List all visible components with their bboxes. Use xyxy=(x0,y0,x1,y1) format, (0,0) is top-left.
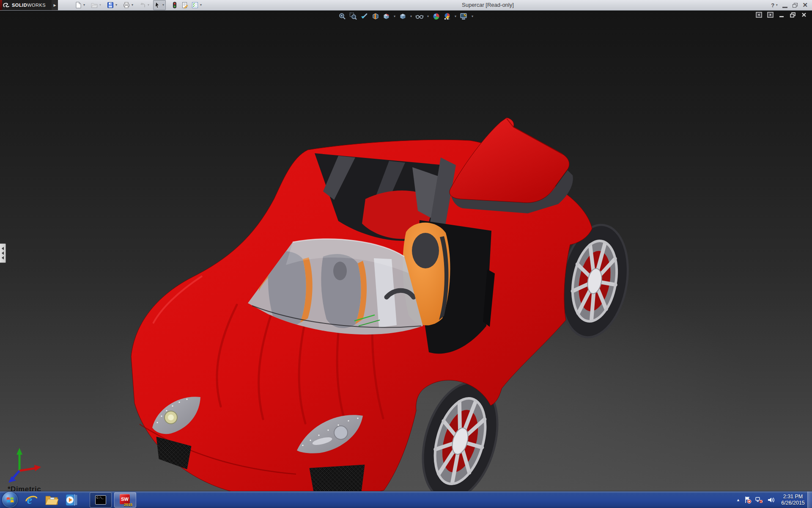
open-dropdown[interactable]: ▾ xyxy=(98,1,102,9)
options-button[interactable] xyxy=(191,0,199,10)
open-button[interactable] xyxy=(91,0,98,10)
new-button[interactable] xyxy=(74,0,82,10)
window-title: Supercar [Read-only] xyxy=(462,2,514,8)
brand-text: SOLIDWORKS xyxy=(12,3,46,8)
open-folder-icon xyxy=(91,2,98,8)
view-settings-button[interactable] xyxy=(459,11,469,21)
display-style-dropdown[interactable]: ▾ xyxy=(410,14,412,18)
doc-minimize-button[interactable] xyxy=(779,12,785,18)
action-center-flag-icon[interactable] xyxy=(744,496,752,504)
gullwing-door-open xyxy=(450,118,573,213)
taskbar-command-prompt[interactable]: C:\_ xyxy=(90,492,112,508)
print-dropdown[interactable]: ▾ xyxy=(130,1,134,9)
close-button[interactable]: ✕ xyxy=(802,1,808,9)
previous-view-button[interactable] xyxy=(360,11,369,21)
apply-scene-dropdown[interactable]: ▾ xyxy=(455,14,456,18)
titlebar: SOLIDWORKS ▶ ▾ ▾ ▾ xyxy=(0,0,812,11)
select-cursor-icon xyxy=(154,2,161,8)
heads-up-view-toolbar: ▾ ▾ ▾ xyxy=(338,11,474,21)
svg-text:e: e xyxy=(27,494,32,506)
undo-arrow-icon xyxy=(139,2,146,8)
new-dropdown[interactable]: ▾ xyxy=(82,1,86,9)
zoom-to-fit-icon xyxy=(338,12,346,20)
network-disconnected-icon[interactable] xyxy=(755,496,763,504)
section-view-icon xyxy=(371,12,379,20)
tray-date: 6/26/2015 xyxy=(779,500,807,506)
main-toolbar: ▾ ▾ ▾ ▾ xyxy=(74,0,203,10)
taskbar-media-player[interactable] xyxy=(62,491,82,508)
reference-triad[interactable] xyxy=(8,448,41,483)
graphics-viewport[interactable]: ▾ ▾ ▾ xyxy=(0,10,812,491)
taskbar-solidworks-2015[interactable]: SW 2015 xyxy=(114,492,136,508)
menu-expand-arrow[interactable]: ▶ xyxy=(52,0,58,10)
undo-button[interactable] xyxy=(139,0,146,10)
doc-close-button[interactable] xyxy=(801,12,807,18)
taskbar-windows-explorer[interactable] xyxy=(41,491,62,508)
view-settings-icon xyxy=(460,12,468,20)
appearance-sphere-icon xyxy=(432,12,440,20)
internet-explorer-icon: e xyxy=(25,493,38,507)
traffic-light-icon xyxy=(171,2,178,8)
view-settings-dropdown[interactable]: ▾ xyxy=(472,14,473,18)
minimize-button[interactable] xyxy=(782,3,787,8)
solidworks-2015-icon: SW 2015 xyxy=(119,494,132,506)
edit-appearance-button[interactable] xyxy=(432,11,441,21)
options-dropdown[interactable]: ▾ xyxy=(199,1,203,9)
solidworks-window: SOLIDWORKS ▶ ▾ ▾ ▾ xyxy=(0,0,812,508)
tray-time: 2:31 PM xyxy=(779,494,807,500)
folder-icon xyxy=(45,494,58,506)
view-orientation-dropdown[interactable]: ▾ xyxy=(394,14,395,18)
print-button[interactable] xyxy=(123,0,130,10)
hide-show-items-button[interactable] xyxy=(415,11,424,21)
start-button[interactable] xyxy=(2,492,18,508)
file-properties-button[interactable] xyxy=(181,0,189,10)
save-floppy-icon xyxy=(107,2,114,8)
save-button[interactable] xyxy=(107,0,114,10)
doc-close-icon xyxy=(801,12,807,18)
section-view-button[interactable] xyxy=(371,11,380,21)
rebuild-button[interactable] xyxy=(171,0,178,10)
zoom-to-fit-button[interactable] xyxy=(338,11,347,21)
apply-scene-icon xyxy=(443,12,451,20)
lower-grille xyxy=(310,465,365,491)
media-player-icon xyxy=(65,494,79,506)
system-tray: ▲ 2:31 PM 6/26/2015 xyxy=(736,491,807,508)
restore-button[interactable] xyxy=(793,3,797,7)
collapse-right-pane-button[interactable] xyxy=(767,12,774,18)
volume-icon[interactable] xyxy=(767,496,775,504)
save-dropdown[interactable]: ▾ xyxy=(114,1,118,9)
pane-right-icon xyxy=(767,12,774,18)
display-style-cube-icon xyxy=(399,12,407,20)
document-window-controls xyxy=(756,12,807,18)
file-properties-icon xyxy=(181,2,188,8)
doc-restore-icon xyxy=(790,12,796,18)
view-orientation-cube-icon xyxy=(382,12,390,20)
show-hidden-icons-button[interactable]: ▲ xyxy=(736,498,740,502)
collapse-left-pane-button[interactable] xyxy=(756,12,762,18)
select-dropdown[interactable]: ▾ xyxy=(161,1,165,9)
help-button[interactable]: ? ▾ xyxy=(771,2,777,8)
apply-scene-button[interactable] xyxy=(443,11,452,21)
display-style-button[interactable] xyxy=(398,11,407,21)
logo-red-strip xyxy=(0,0,2,10)
hide-show-items-dropdown[interactable]: ▾ xyxy=(427,14,429,18)
new-document-icon xyxy=(75,2,82,8)
select-tool-button[interactable] xyxy=(154,0,161,10)
doc-restore-button[interactable] xyxy=(790,12,796,18)
windows-flag-icon xyxy=(6,496,14,504)
view-orientation-button[interactable] xyxy=(382,11,391,21)
feature-manager-collapsed-tab[interactable] xyxy=(0,243,6,263)
undo-dropdown[interactable]: ▾ xyxy=(146,1,151,9)
clock[interactable]: 2:31 PM 6/26/2015 xyxy=(779,494,807,506)
taskbar-internet-explorer[interactable]: e xyxy=(21,491,41,508)
eyeglasses-icon xyxy=(415,12,424,20)
window-controls: ? ▾ ✕ xyxy=(771,0,808,10)
zoom-to-area-button[interactable] xyxy=(349,11,358,21)
print-icon xyxy=(123,2,130,8)
show-desktop-button[interactable] xyxy=(807,491,812,508)
tab-arrow-icon xyxy=(2,251,4,255)
taskbar: e C:\_ xyxy=(0,491,812,508)
options-checklist-icon xyxy=(192,2,198,8)
tab-arrow-icon xyxy=(2,256,4,260)
pane-left-icon xyxy=(756,12,762,18)
